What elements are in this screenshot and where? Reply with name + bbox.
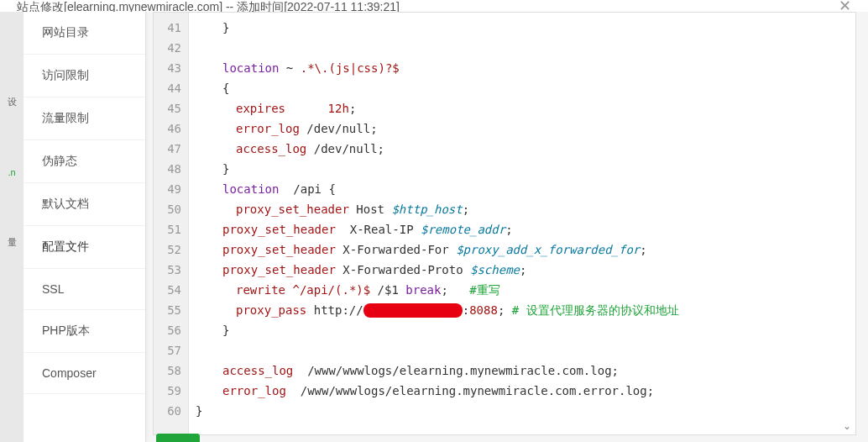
sidebar: 网站目录访问限制流量限制伪静态默认文档配置文件SSLPHP版本Composer xyxy=(24,12,146,442)
code-line[interactable] xyxy=(196,340,849,360)
sidebar-item-2[interactable]: 流量限制 xyxy=(24,97,145,140)
code-area[interactable]: }location ~ .*\.(js|css)?${expires 12h;e… xyxy=(189,13,855,434)
code-line[interactable]: error_log /dev/null; xyxy=(196,118,849,139)
save-button[interactable] xyxy=(156,434,200,442)
line-number: 54 xyxy=(164,280,181,300)
line-number: 46 xyxy=(164,118,181,139)
sidebar-item-8[interactable]: Composer xyxy=(24,353,145,394)
sidebar-item-5[interactable]: 配置文件 xyxy=(24,226,145,269)
code-line[interactable]: access_log /dev/null; xyxy=(196,139,849,159)
line-number: 55 xyxy=(164,300,181,320)
code-line[interactable]: rewrite ^/api/(.*)$ /$1 break; #重写 xyxy=(196,280,849,300)
line-number: 60 xyxy=(164,401,181,421)
code-line[interactable]: } xyxy=(196,320,849,340)
line-number: 50 xyxy=(164,199,181,219)
line-number: 57 xyxy=(164,340,181,360)
sidebar-item-6[interactable]: SSL xyxy=(24,269,145,310)
line-number: 42 xyxy=(164,38,181,58)
line-number: 52 xyxy=(164,239,181,260)
line-number: 45 xyxy=(164,98,181,118)
dialog-header: 站点修改[elearning.mynewmiracle.com] -- 添加时间… xyxy=(0,0,868,12)
scroll-down-icon[interactable]: ⌄ xyxy=(840,419,854,433)
line-number: 56 xyxy=(164,320,181,340)
code-line[interactable]: } xyxy=(196,159,849,179)
line-number: 47 xyxy=(164,139,181,159)
code-line[interactable]: proxy_set_header X-Real-IP $remote_addr; xyxy=(196,219,849,239)
line-gutter: 4142434445464748495051525354555657585960 xyxy=(154,13,189,434)
line-number: 59 xyxy=(164,381,181,401)
bg-text: 量 xyxy=(8,236,17,249)
code-line[interactable]: proxy_set_header Host $http_host; xyxy=(196,199,849,219)
code-line[interactable]: proxy_pass http://:8088; # 设置代理服务器的协议和地址 xyxy=(196,300,849,320)
bg-text: .n xyxy=(8,167,15,177)
code-line[interactable] xyxy=(196,38,849,58)
code-line[interactable]: { xyxy=(196,78,849,98)
sidebar-item-1[interactable]: 访问限制 xyxy=(24,55,145,97)
line-number: 53 xyxy=(164,260,181,280)
sidebar-item-0[interactable]: 网站目录 xyxy=(24,12,145,55)
line-number: 43 xyxy=(164,58,181,78)
code-line[interactable]: proxy_set_header X-Forwarded-For $proxy_… xyxy=(196,239,849,260)
background-panel: 设 .n 量 xyxy=(0,12,24,442)
line-number: 58 xyxy=(164,360,181,381)
bg-text: 设 xyxy=(8,96,17,108)
code-line[interactable]: access_log /www/wwwlogs/elearning.mynewm… xyxy=(196,360,849,381)
code-line[interactable]: location /api { xyxy=(196,179,849,199)
code-line[interactable]: location ~ .*\.(js|css)?$ xyxy=(196,58,849,78)
line-number: 41 xyxy=(164,18,181,38)
code-line[interactable]: } xyxy=(196,401,849,421)
code-line[interactable]: expires 12h; xyxy=(196,98,849,118)
line-number: 48 xyxy=(164,159,181,179)
line-number: 44 xyxy=(164,78,181,98)
code-editor[interactable]: 4142434445464748495051525354555657585960… xyxy=(153,12,856,435)
sidebar-item-7[interactable]: PHP版本 xyxy=(24,310,145,353)
code-line[interactable]: error_log /www/wwwlogs/elearning.mynewmi… xyxy=(196,381,849,401)
sidebar-item-3[interactable]: 伪静态 xyxy=(24,140,145,183)
sidebar-item-4[interactable]: 默认文档 xyxy=(24,183,145,226)
code-line[interactable]: } xyxy=(196,18,849,38)
line-number: 49 xyxy=(164,179,181,199)
code-line[interactable]: proxy_set_header X-Forwarded-Proto $sche… xyxy=(196,260,849,280)
line-number: 51 xyxy=(164,219,181,239)
